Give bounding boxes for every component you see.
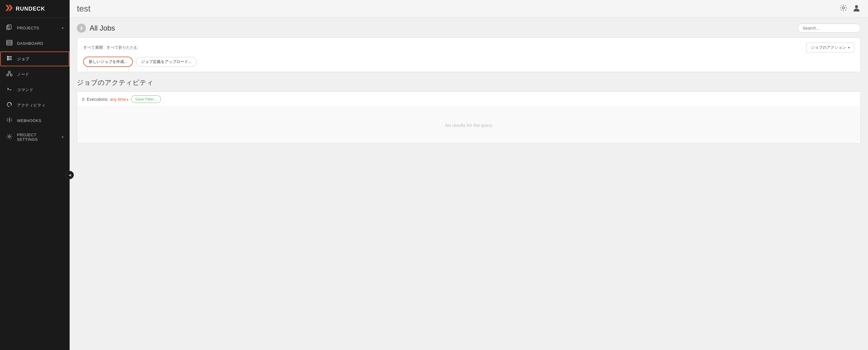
svg-marker-0 <box>5 5 10 11</box>
logo-text: RUNDECK <box>16 6 45 12</box>
sidebar-item-projects[interactable]: PROJECTS ▾ <box>0 20 70 36</box>
svg-rect-3 <box>7 25 11 29</box>
sidebar-label-projects: PROJECTS <box>17 26 58 30</box>
nodes-icon <box>6 71 13 78</box>
jobs-panel-toolbar: すべて展開 すべて折りたたむ ジョブのアクション <box>83 43 855 52</box>
content-area: 0 All Jobs すべて展開 すべて折りたたむ ジョブのアクション 新しいジ… <box>70 18 868 350</box>
jobs-header: 0 All Jobs <box>77 24 861 33</box>
create-job-button[interactable]: 新しいジョブを作成... <box>83 57 133 67</box>
sidebar-nav: PROJECTS ▾ DASHBOARD <box>0 18 70 350</box>
dashboard-icon <box>6 40 13 47</box>
sidebar-header: RUNDECK <box>0 0 70 18</box>
rundeck-logo-icon <box>5 5 13 13</box>
svg-point-15 <box>7 74 8 76</box>
sidebar-label-activity: アクティビティ <box>17 103 64 108</box>
sidebar: RUNDECK PROJECTS ▾ <box>0 0 70 350</box>
activity-icon <box>6 102 13 109</box>
svg-line-23 <box>7 119 8 119</box>
activity-section: ジョブのアクティビティ 0 Executions any time Save F… <box>77 78 861 144</box>
jobs-search-input[interactable] <box>798 24 861 33</box>
jobs-icon <box>6 55 13 62</box>
settings-button[interactable] <box>840 4 847 13</box>
executions-count: 0 <box>82 97 85 102</box>
main-content: test 0 All Jobs <box>70 0 868 350</box>
expand-all-link[interactable]: すべて展開 <box>83 45 103 50</box>
svg-point-14 <box>8 71 10 73</box>
button-row: 新しいジョブを作成... ジョブ定義をアップロード... <box>83 57 855 67</box>
upload-job-button[interactable]: ジョブ定義をアップロード... <box>136 57 197 67</box>
sidebar-item-commands[interactable]: コマンド <box>0 82 70 97</box>
executions-label: Executions <box>87 97 107 102</box>
sidebar-item-dashboard[interactable]: DASHBOARD <box>0 36 70 51</box>
svg-line-24 <box>11 120 12 121</box>
sidebar-label-webhooks: WEBHOOKS <box>17 118 64 123</box>
topbar-actions <box>840 4 861 14</box>
user-button[interactable] <box>852 4 861 14</box>
project-settings-arrow: ▾ <box>62 135 64 139</box>
save-filter-button[interactable]: Save Filter... <box>131 95 161 103</box>
svg-line-17 <box>7 73 9 74</box>
svg-line-26 <box>11 119 12 119</box>
jobs-title: All Jobs <box>90 24 115 32</box>
sidebar-item-jobs[interactable]: ジョブ <box>0 51 70 67</box>
svg-point-27 <box>8 136 10 138</box>
sidebar-label-dashboard: DASHBOARD <box>17 41 64 46</box>
project-settings-icon <box>6 134 13 141</box>
sidebar-collapse-icon: ◀ <box>68 173 71 177</box>
logo-area: RUNDECK <box>5 5 45 13</box>
svg-point-28 <box>843 7 845 9</box>
projects-icon <box>6 25 13 31</box>
webhooks-icon <box>6 117 13 124</box>
svg-rect-2 <box>7 26 9 30</box>
activity-toolbar: 0 Executions any time Save Filter... <box>77 92 861 107</box>
sidebar-item-webhooks[interactable]: WEBHOOKS <box>0 113 70 128</box>
svg-point-20 <box>9 119 10 120</box>
collapse-all-link[interactable]: すべて折りたたむ <box>106 45 138 50</box>
sidebar-label-commands: コマンド <box>17 87 64 93</box>
activity-title: ジョブのアクティビティ <box>77 78 861 87</box>
topbar: test <box>70 0 868 18</box>
page-title: test <box>77 4 91 13</box>
sidebar-label-nodes: ノード <box>17 72 64 77</box>
svg-line-25 <box>7 120 8 121</box>
sidebar-item-nodes[interactable]: ノード <box>0 67 70 82</box>
sidebar-label-project-settings: PROJECT SETTINGS <box>17 133 58 142</box>
jobs-count-badge: 0 <box>77 24 86 33</box>
activity-panel: 0 Executions any time Save Filter... No … <box>77 91 861 144</box>
jobs-panel: すべて展開 すべて折りたたむ ジョブのアクション 新しいジョブを作成... ジョ… <box>77 37 861 72</box>
projects-arrow: ▾ <box>62 26 64 30</box>
job-actions-button[interactable]: ジョブのアクション <box>806 43 855 52</box>
svg-point-16 <box>10 74 12 76</box>
activity-filter-link[interactable]: any time <box>110 97 129 102</box>
commands-icon <box>6 86 13 93</box>
sidebar-label-jobs: ジョブ <box>17 56 64 62</box>
sidebar-collapse-button[interactable]: ◀ <box>65 171 74 179</box>
sidebar-item-project-settings[interactable]: PROJECT SETTINGS ▾ <box>0 128 70 146</box>
sidebar-item-activity[interactable]: アクティビティ <box>0 97 70 113</box>
activity-empty-message: No results for the query <box>77 107 861 143</box>
toolbar-left: すべて展開 すべて折りたたむ <box>83 45 138 50</box>
svg-point-29 <box>855 5 858 8</box>
svg-line-18 <box>9 73 11 74</box>
